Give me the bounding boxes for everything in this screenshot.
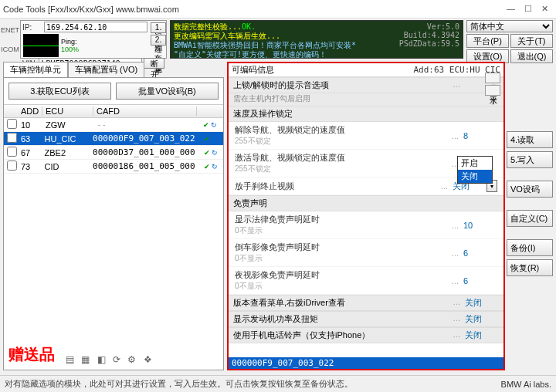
bottom-toolbar-icons[interactable]: ▤ ▦ ◧ ⟳ ⚙ ❖ [66,354,154,365]
batch-vo-button[interactable]: 批量VO设码(B) [116,83,219,100]
write-button[interactable]: 5.写入 [507,151,553,168]
check-icon: ✔ [203,121,209,129]
table-row[interactable]: 63HU_CIC 000000F9_007_003_022 ✔↻ [4,132,223,146]
param-row[interactable]: 夜视影像免责声明延时0不显示...6 [229,267,503,295]
param-value: 8 [463,131,497,140]
titlebar: Code Tools [Fxx/Ixx/Kxx/Gxx] www.bmwai.c… [0,0,556,19]
param-row[interactable]: 解除导航、视频锁定的速度值255不锁定...8 [229,122,503,150]
refresh-icon: ↻ [211,121,217,129]
connect-button[interactable]: 2.连接车辆 [151,35,166,46]
check-icon: ✔ [204,149,210,157]
param-row[interactable]: 倒车影像免责声明延时0不显示...6 [229,239,503,267]
col-ecu: ECU [42,106,93,116]
custom-button[interactable]: 自定义(C) [507,210,553,227]
row-checkbox[interactable] [7,161,17,171]
coding-panel: 可编码信息 Add:63 ECU:HU CIC 上锁/解锁时的提示音选项...需… [227,62,505,370]
value-dropdown[interactable]: 开启 关闭 [457,156,493,184]
minimize-icon[interactable]: — [507,4,515,14]
window-title: Code Tools [Fxx/Ixx/Kxx/Gxx] www.bmwai.c… [3,5,507,14]
read-ecu-list-button[interactable]: 3.获取ECU列表 [8,83,111,100]
group-header[interactable]: 速度及操作锁定 [229,106,503,122]
param-name: 显示发动机功率及扭矩 [233,313,449,325]
top-right-buttons: 简体中文 平台(P) 关于(T) 设置(O) 退出(Q) [466,20,553,59]
tab-vo[interactable]: 车辆配置码 (VO) [68,62,144,77]
brand-label: BMW Ai labs. [501,380,551,389]
param-name: 版本查看菜单,右拨iDriver查看 [233,297,449,309]
table-row[interactable]: 73CID 00000186_001_005_000 ✔↻ [4,160,223,174]
refresh-icon: ↻ [212,163,218,171]
side-tab-level[interactable]: 水平 [485,85,500,96]
identify-button[interactable]: 1.识别车辆 [151,22,166,33]
language-select[interactable]: 简体中文 [466,20,553,32]
table-row[interactable]: 67ZBE2 00000D37_001_000_000 ✔↻ [4,146,223,160]
side-tab-basic[interactable]: 基本 [485,73,500,83]
row-checkbox[interactable] [7,119,17,129]
ping-graph [23,34,59,57]
group-header[interactable]: 上锁/解锁时的提示音选项... [229,77,503,93]
param-value: 关闭 [465,329,499,341]
platform-button[interactable]: 平台(P) [466,34,509,48]
statusbar: 对有隐藏选项的模块，此处可对其进行设置，写入后生效。可点击恢复按钮恢复至备份状态… [0,375,556,392]
dropdown-opt-open[interactable]: 开启 [458,157,492,170]
table-row[interactable]: 10ZGW -- ✔↻ [4,118,223,132]
ecu-table: ADD ECU CAFD 10ZGW -- ✔↻ 63HU_CIC 000000… [4,104,223,370]
param-value: 10 [463,221,497,230]
coding-title: 可编码信息 [232,64,413,76]
row-checkbox[interactable] [7,147,17,157]
ping-value: 100% [61,46,79,53]
col-add: ADD [18,106,42,116]
check-icon: ✔ [204,163,210,171]
tab-ecu-units[interactable]: 车辆控制单元 [3,62,68,77]
coding-list[interactable]: 上锁/解锁时的提示音选项...需在主机内打勾后启用速度及操作锁定解除导航、视频锁… [229,77,503,357]
dropdown-opt-close[interactable]: 关闭 [458,170,492,183]
gift-label: 赠送品 [8,344,55,365]
col-cafd: CAFD [93,106,197,116]
ecu-panel: 3.获取ECU列表 批量VO设码(B) ADD ECU CAFD 10ZGW -… [3,77,224,370]
close-icon[interactable]: ✕ [541,4,548,14]
restore-button[interactable]: 恢复(R) [507,259,553,276]
footer-cafd-path: 000000F9_007_003_022 [229,357,503,369]
maximize-icon[interactable]: ☐ [524,4,532,14]
ip-label: IP: [22,23,42,32]
side-labels: ENETICOM [3,20,17,59]
row-checkbox[interactable] [7,133,17,143]
param-value: 6 [463,276,497,286]
group-header[interactable]: 免责声明 [229,195,503,211]
vo-code-button[interactable]: VO设码 [507,181,553,198]
side-action-buttons: 4.读取 5.写入 VO设码 自定义(C) 备份(I) 恢复(R) [507,62,553,370]
status-message: 对有隐藏选项的模块，此处可对其进行设置，写入后生效。可点击恢复按钮恢复至备份状态… [5,378,501,390]
about-button[interactable]: 关于(T) [510,34,553,48]
param-name: 使用手机电话铃声（仅支持iPhone） [233,329,449,341]
refresh-icon: ↻ [212,135,218,143]
backup-button[interactable]: 备份(I) [507,239,553,256]
ip-input[interactable] [44,22,147,32]
connection-panel: IP: Ping: 100% 1.识别车辆 2.连接车辆 VIN: 断开(I) [20,20,167,59]
param-value: 关闭 [465,297,499,309]
param-value: 6 [463,248,497,258]
param-row[interactable]: 显示法律免责声明延时0不显示...10 [229,211,503,239]
check-icon: ✔ [204,135,210,143]
param-value: 关闭 [465,313,499,325]
refresh-icon: ↻ [212,149,218,157]
console: 数据完整性校验...OK. 更改编码需写入车辆后生效... BMWAi智能模块强… [170,20,463,59]
ping-label: Ping: [61,38,79,46]
read-button[interactable]: 4.读取 [507,131,553,148]
